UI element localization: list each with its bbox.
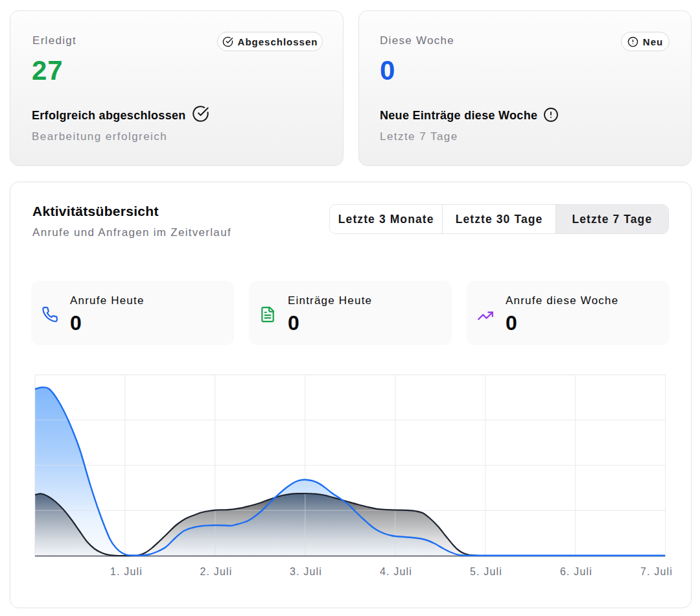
svg-text:3. Juli: 3. Juli — [290, 566, 322, 577]
svg-text:5. Juli: 5. Juli — [470, 566, 502, 577]
svg-text:7. Juli: 7. Juli — [640, 566, 673, 577]
svg-text:2. Juli: 2. Juli — [200, 566, 232, 577]
svg-text:4. Juli: 4. Juli — [380, 566, 412, 577]
svg-text:1. Juli: 1. Juli — [110, 566, 143, 577]
svg-text:6. Juli: 6. Juli — [560, 566, 592, 577]
